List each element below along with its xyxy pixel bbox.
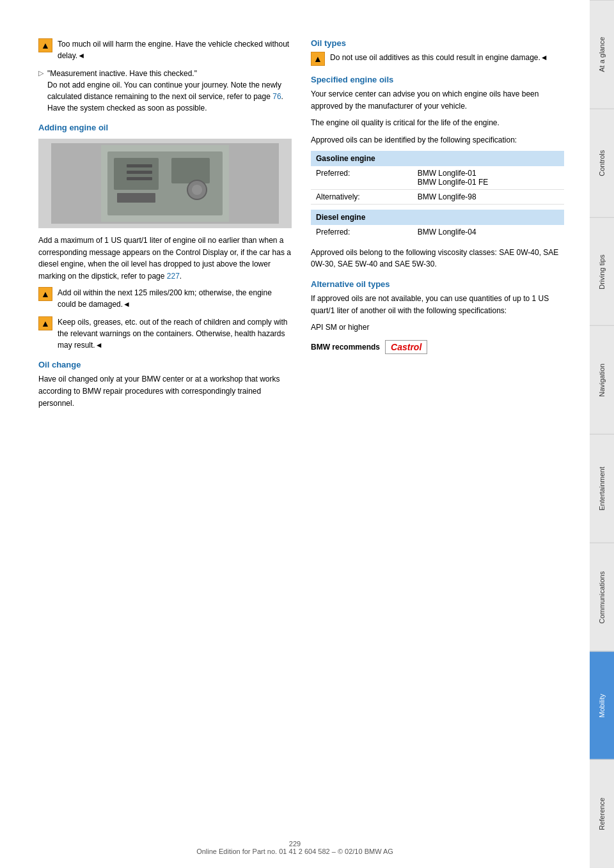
right-column: Oil types ▲ Do not use oil additives as … — [311, 38, 564, 842]
footer-text: Online Edition for Part no. 01 41 2 604 … — [0, 848, 590, 855]
page-footer: 229 Online Edition for Part no. 01 41 2 … — [0, 840, 590, 855]
sidebar: At a glance Controls Driving tips Naviga… — [590, 0, 614, 868]
gasoline-header-row: Gasoline engine — [311, 151, 564, 166]
engine-svg — [101, 145, 229, 222]
specified-text-1: Your service center can advise you on wh… — [311, 88, 564, 112]
page-number: 229 — [0, 840, 590, 848]
preferred-value: BMW Longlife-01 BMW Longlife-01 FE — [413, 166, 564, 190]
page-link-76[interactable]: 76 — [272, 92, 281, 101]
bmw-recommends-section: BMW recommends Castrol — [311, 340, 564, 354]
sidebar-tab-driving-tips[interactable]: Driving tips — [590, 217, 614, 326]
svg-rect-4 — [117, 193, 155, 203]
warning-add-oil-text: Add oil within the next 125 miles/200 km… — [58, 287, 292, 310]
warning-icon-3: ▲ — [38, 316, 52, 330]
alternatively-value: BMW Longlife-98 — [413, 190, 564, 205]
warning-keep-oils-text: Keep oils, greases, etc. out of the reac… — [58, 316, 292, 351]
diesel-preferred-value: BMW Longlife-04 — [413, 225, 564, 239]
alternative-text: If approved oils are not available, you … — [311, 293, 564, 316]
warning-keep-oils: ▲ Keep oils, greases, etc. out of the re… — [38, 316, 292, 351]
svg-rect-7 — [127, 164, 152, 167]
specified-engine-oils-heading: Specified engine oils — [311, 75, 564, 84]
svg-point-6 — [192, 185, 202, 195]
oil-types-heading: Oil types — [311, 38, 564, 48]
alternatively-label: Alternatively: — [311, 190, 413, 205]
diesel-preferred-label: Preferred: — [311, 225, 413, 239]
warning-too-much-oil-text: Too much oil will harm the engine. Have … — [58, 38, 292, 61]
diesel-header-row: Diesel engine — [311, 210, 564, 225]
preferred-label: Preferred: — [311, 166, 413, 190]
add-engine-oil-text: Add a maximum of 1 US quart/1 liter of e… — [38, 235, 292, 282]
warning-icon-1: ▲ — [38, 38, 52, 52]
sidebar-tab-navigation[interactable]: Navigation — [590, 325, 614, 434]
viscosity-text: Approved oils belong to the following vi… — [311, 247, 564, 270]
sidebar-tab-controls[interactable]: Controls — [590, 109, 614, 217]
warning-too-much-oil: ▲ Too much oil will harm the engine. Hav… — [38, 38, 292, 61]
api-text: API SM or higher — [311, 322, 564, 334]
bullet-measurement-text: "Measurement inactive. Have this checked… — [47, 68, 292, 114]
main-content: ▲ Too much oil will harm the engine. Hav… — [0, 0, 590, 868]
oil-change-heading: Oil change — [38, 360, 292, 369]
sidebar-tab-communications[interactable]: Communications — [590, 543, 614, 651]
engine-image-inner — [51, 143, 279, 224]
warning-icon-4: ▲ — [311, 52, 325, 66]
bullet-arrow-icon: ▷ — [38, 69, 43, 77]
warning-add-oil: ▲ Add oil within the next 125 miles/200 … — [38, 287, 292, 310]
diesel-preferred-row: Preferred: BMW Longlife-04 — [311, 225, 564, 239]
sidebar-tab-reference[interactable]: Reference — [590, 759, 614, 868]
sidebar-tab-at-a-glance[interactable]: At a glance — [590, 0, 614, 109]
svg-rect-3 — [171, 158, 210, 183]
sidebar-tab-entertainment[interactable]: Entertainment — [590, 434, 614, 543]
specified-text-2: The engine oil quality is critical for t… — [311, 117, 564, 129]
svg-rect-9 — [127, 177, 152, 180]
bullet-measurement-inactive: ▷ "Measurement inactive. Have this check… — [38, 68, 292, 114]
castrol-logo: Castrol — [385, 340, 427, 354]
alternative-oil-types-heading: Alternative oil types — [311, 279, 564, 289]
bmw-recommends-label: BMW recommends — [311, 343, 380, 352]
diesel-header-cell: Diesel engine — [311, 210, 564, 225]
sidebar-tab-mobility[interactable]: Mobility — [590, 651, 614, 760]
adding-engine-oil-heading: Adding engine oil — [38, 123, 292, 132]
warning-icon-2: ▲ — [38, 287, 52, 301]
page-link-227[interactable]: 227 — [167, 272, 180, 281]
warning-oil-additives-text: Do not use oil additives as this could r… — [330, 52, 548, 63]
specified-text-3: Approved oils can be identified by the f… — [311, 134, 564, 146]
preferred-row: Preferred: BMW Longlife-01 BMW Longlife-… — [311, 166, 564, 190]
svg-rect-8 — [127, 171, 152, 174]
oil-table: Gasoline engine Preferred: BMW Longlife-… — [311, 151, 564, 239]
oil-change-text: Have oil changed only at your BMW center… — [38, 373, 292, 409]
left-column: ▲ Too much oil will harm the engine. Hav… — [38, 38, 292, 842]
warning-oil-additives: ▲ Do not use oil additives as this could… — [311, 52, 564, 66]
gasoline-header-cell: Gasoline engine — [311, 151, 564, 166]
engine-image — [38, 139, 292, 228]
alternatively-row: Alternatively: BMW Longlife-98 — [311, 190, 564, 205]
